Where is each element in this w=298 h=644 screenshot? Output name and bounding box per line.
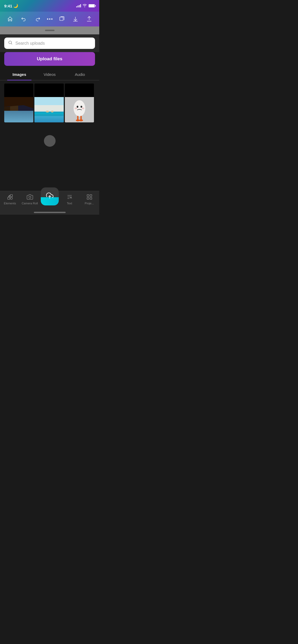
undo-button[interactable] [19,14,29,24]
nav-text[interactable]: Text [60,193,79,205]
status-bar: 9:41 🌙 [0,0,99,12]
loading-circle [44,135,56,147]
svg-rect-38 [87,197,89,199]
svg-rect-18 [34,113,64,114]
svg-point-23 [76,106,78,108]
signal-bar-3 [79,5,80,7]
canvas-peek [0,26,99,34]
svg-point-2 [51,19,52,20]
svg-point-20 [51,111,54,113]
card3-middle [65,97,94,122]
image-grid [0,81,99,125]
svg-rect-7 [10,104,18,122]
card2-top [34,84,64,97]
svg-rect-32 [8,197,10,199]
svg-point-10 [8,114,10,116]
search-container: Search uploads [0,34,99,52]
projects-icon [86,193,93,201]
status-icons [76,4,95,8]
svg-point-12 [20,115,21,117]
redo-button[interactable] [33,14,42,24]
nav-camera-label: Camera Roll [22,202,38,205]
signal-bar-1 [76,6,77,7]
drag-handle[interactable] [45,30,55,31]
text-icon [66,193,73,201]
nav-text-label: Text [67,202,72,205]
search-bar[interactable]: Search uploads [4,38,95,49]
svg-rect-9 [4,113,33,122]
svg-point-24 [80,106,82,108]
toolbar [0,12,99,26]
search-icon [8,40,13,46]
nav-projects[interactable]: Proje... [79,193,99,205]
card2-middle [34,97,64,122]
upload-files-label: Upload files [37,56,62,61]
phone-container: 9:41 🌙 [0,0,99,215]
camera-icon [27,193,33,201]
svg-point-4 [9,41,12,44]
svg-rect-16 [34,105,64,112]
svg-point-33 [10,197,12,199]
tab-audio[interactable]: Audio [65,69,95,80]
toolbar-right [57,14,94,24]
svg-rect-39 [90,197,92,199]
home-indicator [34,212,66,213]
elements-icon [7,193,13,201]
svg-point-30 [79,119,83,121]
card1-middle [4,97,33,122]
tab-audio-label: Audio [75,72,85,77]
search-placeholder: Search uploads [15,41,91,46]
svg-point-0 [47,19,48,20]
nav-uploads-center[interactable] [40,187,60,205]
svg-point-11 [13,116,15,117]
svg-rect-3 [60,17,63,21]
signal-bar-2 [78,6,78,7]
svg-point-25 [74,108,77,109]
tab-videos-label: Videos [44,72,56,77]
image-card-1[interactable] [4,84,33,122]
tab-videos[interactable]: Videos [34,69,65,80]
share-button[interactable] [84,14,94,24]
battery-fill [89,4,94,7]
bottom-nav: Elements Camera Roll [0,191,99,215]
nav-projects-label: Proje... [85,202,94,205]
wifi-icon [83,4,87,8]
status-time: 9:41 🌙 [4,3,18,8]
nav-elements[interactable]: Elements [0,193,20,205]
moon-icon: 🌙 [13,3,18,8]
svg-point-13 [26,117,28,118]
card1-top [4,84,33,97]
svg-point-1 [49,19,50,20]
signal-bar-4 [80,4,81,7]
card3-top [65,84,94,97]
image-card-2[interactable] [34,84,64,122]
loading-area [0,125,99,157]
svg-point-26 [82,108,84,109]
upload-cloud-icon [46,192,53,201]
image-card-3[interactable] [65,84,94,122]
more-button[interactable] [45,14,55,24]
pages-button[interactable] [57,14,66,24]
svg-point-34 [29,196,31,198]
svg-rect-6 [4,107,11,122]
signal-bars [76,4,81,7]
svg-rect-36 [87,195,89,196]
svg-rect-31 [10,195,12,197]
time-display: 9:41 [4,4,12,8]
upload-nav-circle [41,187,59,205]
toolbar-left [5,14,42,24]
tab-images-label: Images [12,72,26,77]
svg-rect-37 [90,195,92,196]
media-tabs: Images Videos Audio [0,69,99,80]
download-button[interactable] [71,14,80,24]
home-button[interactable] [5,14,15,24]
nav-elements-label: Elements [4,202,16,205]
tab-images[interactable]: Images [4,69,34,80]
svg-point-19 [46,111,49,113]
battery-icon [88,4,95,7]
upload-files-button[interactable]: Upload files [4,52,95,66]
nav-camera-roll[interactable]: Camera Roll [20,193,40,205]
